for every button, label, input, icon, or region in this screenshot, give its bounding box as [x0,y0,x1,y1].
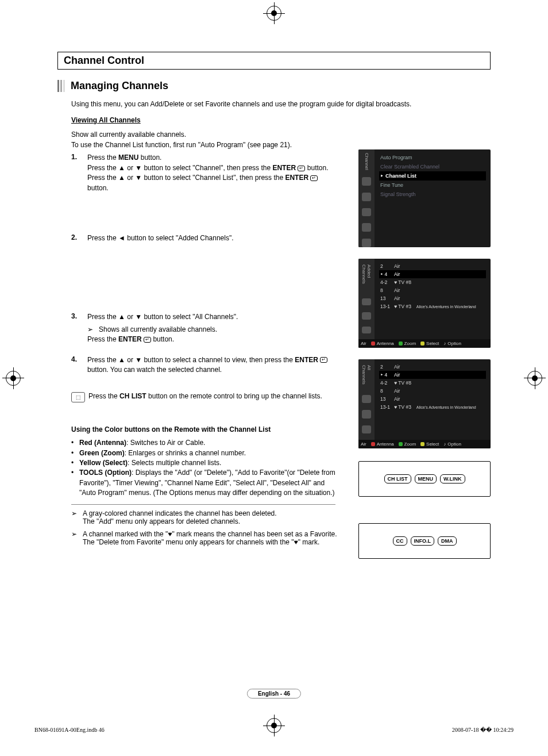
added-icon [362,312,371,320]
remote-icon: ⬚ [71,392,85,402]
ch-list-label: CH LIST [119,392,146,400]
text: The "Add" menu only appears for deleted … [83,517,240,525]
color-bullet-list: Red (Antenna): Switches to Air or Cable.… [71,438,335,504]
registration-mark-icon [267,6,281,21]
text: : Selects multiple channel lists. [128,459,221,467]
remote-menu-button: MENU [415,474,437,483]
text: button. [305,164,328,172]
text: A gray-colored channel indicates the cha… [83,509,277,517]
subsection-header: Managing Channels [57,80,491,92]
imprint-timestamp: 2008-07-18 �� 10:24:29 [452,727,514,733]
text: button. [87,184,109,192]
viewing-all-heading: Viewing All Channels [71,116,491,124]
viewing-p2: To use the Channel List function, first … [71,140,491,149]
enter-label: ENTER [295,356,318,364]
tools-icon: ♪ [443,341,446,346]
green-dot-icon [399,442,403,446]
input-icon [362,239,371,247]
imprint-line: BN68-01691A-00Eng.indb 46 2008-07-18 �� … [34,727,514,733]
enter-label: ENTER [285,174,308,182]
subsection-title: Managing Channels [71,80,168,92]
remote-ch-list-button: CH LIST [384,474,411,483]
green-dot-icon [399,341,403,346]
yellow-dot-icon [420,442,424,446]
tools-icon: ♪ [443,442,446,447]
remote-diagram-2: CC INFO.L DMA [358,523,491,559]
note-arrow-icon: ➢ [87,325,99,335]
added-icon [362,410,371,418]
yellow-label: Yellow (Select) [79,459,128,467]
tools-label: TOOLS (Option) [79,469,132,477]
remote-info-button: INFO.L [411,536,435,546]
enter-label: ENTER [272,164,296,172]
section-title: Channel Control [57,52,491,70]
tail-note-1: ➢ A gray-colored channel indicates the c… [71,509,393,525]
picture-icon [362,177,371,186]
viewing-p1: Show all currently available channels. [71,130,491,139]
text: button. [138,153,161,162]
favorite-icon [362,425,371,433]
text: button. You can watch the selected chann… [87,366,222,374]
osd-footer: Air Antenna Zoom Select ♪Option [358,440,491,448]
registration-mark-icon [527,371,542,386]
osd-added-channels: Added Channels 2Air ‣ 4Air 4-2♥ TV #8 8A… [358,259,491,348]
osd-channel-menu: Channel Auto Program Clear Scrambled Cha… [358,149,491,247]
enter-icon: ↵ [310,175,318,181]
text: Press the ▲ or ▼ button to select "Chann… [87,164,272,172]
text: Press the ▲ or ▼ button to select a chan… [87,356,295,364]
osd-tab-label: All Channels [361,363,372,388]
all-icon [362,395,371,403]
osd-tab-label: Added Channels [361,262,372,291]
imprint-file: BN68-01691A-00Eng.indb 46 [34,727,105,733]
channel-table: 2Air ‣ 4Air 4-2♥ TV #8 8Air 13Air 13-1♥ … [379,363,486,411]
remote-diagram-1: CH LIST MENU W.LINK [358,461,491,497]
enter-icon: ↵ [298,166,305,171]
step-number: 1. [71,153,87,193]
osd-item: Auto Program [379,153,486,162]
text: button. [151,335,174,343]
osd-all-channels: All Channels 2Air ‣ 4Air 4-2♥ TV #8 8Air… [358,359,491,448]
text: Press the ▲ or ▼ button to select "Chann… [87,174,285,182]
page-number: English - 46 [247,689,301,699]
enter-icon: ↵ [320,357,327,363]
text: : Switches to Air or Cable. [126,439,205,447]
osd-item: Fine Tune [379,181,486,190]
sound-icon [362,193,371,201]
enter-label: ENTER [118,335,142,343]
step-number: 3. [71,312,87,344]
yellow-dot-icon [420,341,424,346]
text: button on the remote control to bring up… [146,392,322,400]
tail-note-2: ➢ A channel marked with the "♥" mark mea… [71,530,393,546]
osd-item-disabled: Signal Strength [379,190,486,199]
intro-text: Using this menu, you can Add/Delete or s… [71,100,491,108]
setup-icon [362,223,371,232]
menu-label: MENU [118,153,138,162]
osd-footer: Air Antenna Zoom Select ♪Option [358,339,491,348]
text: The "Delete from Favorite" menu only app… [83,538,319,546]
osd-item-disabled: Clear Scrambled Channel [379,162,486,171]
registration-mark-icon [6,371,21,386]
text: Press the [88,392,119,400]
page-footer: English - 46 [247,689,301,699]
remote-dma-button: DMA [438,536,457,546]
channel-table: 2Air ‣ 4Air 4-2♥ TV #8 8Air 13Air 13-1♥ … [379,262,486,310]
red-dot-icon [371,442,375,446]
green-label: Green (Zoom) [79,449,125,457]
osd-tab-label: Channel [364,153,369,170]
enter-icon: ↵ [144,337,151,343]
step-number: 2. [71,233,87,243]
channel-icon [362,208,371,217]
all-icon [362,298,371,306]
text: Press the ◄ button to select "Added Chan… [87,233,340,243]
osd-item-selected: Channel List [379,171,486,181]
text: A channel marked with the "♥" mark means… [83,530,337,538]
note-arrow-icon: ➢ [71,509,83,525]
text: : Enlarges or shrinks a channel number. [125,449,246,457]
remote-cc-button: CC [393,536,407,546]
text: Press the ▲ or ▼ button to select "All C… [87,313,238,321]
note-arrow-icon: ➢ [71,530,83,546]
red-label: Red (Antenna) [79,439,126,447]
note-text: Shows all currently available channels. [99,325,217,335]
text: Press the [87,335,118,343]
text: Press the [87,153,118,162]
